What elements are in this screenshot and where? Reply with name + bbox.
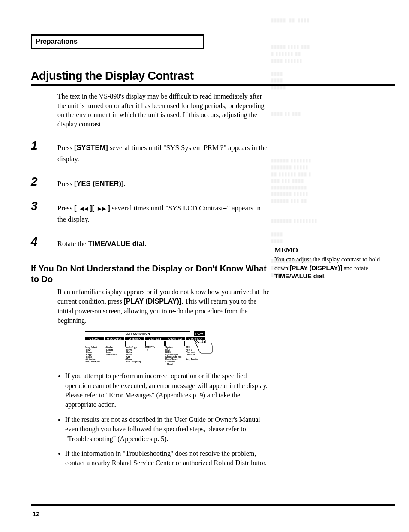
- diagram-sub-list: Track Copy - Move - Xchg - Insert - Cut …: [125, 346, 144, 363]
- text: Rotate the: [57, 240, 88, 248]
- key-label: [YES (ENTER)]: [74, 180, 124, 187]
- diagram-sub-list: System MIDI DISK Sync/Tempo Scene/Auto M…: [165, 346, 185, 365]
- diagram-button: [125, 341, 144, 346]
- step-2: 2 Press [YES (ENTER)].: [31, 176, 270, 189]
- page-title: Adjusting the Display Contrast: [31, 69, 396, 83]
- pointing-hand-icon: [190, 334, 216, 356]
- step-body: Press [YES (ENTER)].: [57, 176, 126, 189]
- step-4: 4 Rotate the TIME/VALUE dial.: [31, 236, 270, 249]
- diagram-col-system: Q SYSTEM System MIDI DISK Sync/Tempo Sce…: [165, 337, 185, 365]
- text: .: [144, 240, 146, 248]
- text: Press: [57, 204, 74, 212]
- key-label: [PLAY (DISPLAY)]: [290, 264, 342, 271]
- diagram-col-locator: Q LOCATOR - Marker - Locate - Loop - A.P…: [105, 337, 124, 365]
- diagram-col-header: Q TRACK: [125, 337, 144, 340]
- bullet-item: If you attempt to perform an incorrect o…: [65, 371, 270, 410]
- diagram-button: [165, 341, 185, 346]
- diagram-col-song: Q SONG Song Select - New - Name - Copy -…: [85, 337, 104, 365]
- forward-icon: ►►: [96, 204, 106, 213]
- diagram-button: [85, 341, 104, 346]
- memo-body: You can adjust the display contrast to h…: [274, 255, 386, 281]
- step-1: 1 Press [SYSTEM] several times until "SY…: [31, 140, 270, 164]
- intro-paragraph: The text in the VS-890's display may be …: [57, 92, 270, 129]
- memo-label: MEMO: [274, 246, 386, 255]
- key-label: TIME/VALUE dial: [274, 273, 324, 280]
- diagram-sub-list: EFFECT - 1 - 2: [145, 346, 165, 351]
- text: .: [123, 180, 125, 188]
- step-number: 2: [31, 176, 57, 188]
- sub-body-paragraph: If an unfamiliar display appears or if y…: [57, 287, 270, 326]
- diagram-col-effect: Q EFFECT EFFECT - 1 - 2: [145, 337, 165, 365]
- diagram-sub-list: - Marker - Locate - Loop - A.Punch I/O: [105, 346, 124, 356]
- step-number: 3: [31, 200, 57, 212]
- key-bracket: [: [74, 204, 78, 212]
- step-body: Rotate the TIME/VALUE dial.: [57, 236, 146, 249]
- bullet-item: If the results are not as described in t…: [65, 415, 270, 444]
- diagram-col-header: Q SYSTEM: [165, 337, 185, 340]
- diagram-col-track: Q TRACK Track Copy - Move - Xchg - Inser…: [125, 337, 144, 365]
- bullet-list: If you attempt to perform an incorrect o…: [57, 371, 270, 468]
- section-tab: Preparations: [31, 34, 204, 49]
- text: Press: [57, 144, 74, 152]
- text: Press: [57, 180, 74, 188]
- diagram-col-header: Q SONG: [85, 337, 104, 340]
- step-number: 4: [31, 236, 57, 248]
- step-3: 3 Press [ ◄◄ ][ ►► ] several times until…: [31, 200, 270, 225]
- diagram-col-header: Q EFFECT: [145, 337, 165, 340]
- edit-condition-diagram: EDIT CONDITION PLAY Q SONG Song Select -…: [85, 331, 205, 365]
- text: and rotate: [342, 264, 368, 271]
- step-body: Press [SYSTEM] several times until "SYS …: [57, 140, 270, 164]
- diagram-col-display: Q DISPLAY PR L Post L Play List Fader/Pn…: [186, 337, 205, 365]
- subheading: If You Do Not Understand the Display or …: [31, 263, 270, 285]
- page-number: 12: [33, 510, 40, 517]
- step-body: Press [ ◄◄ ][ ►► ] several times until "…: [57, 200, 270, 225]
- main-column: The text in the VS-890's display may be …: [31, 92, 270, 473]
- footer-rule: [31, 504, 395, 506]
- memo-box: MEMO You can adjust the display contrast…: [274, 246, 386, 281]
- key-label: [PLAY (DISPLAY)]: [124, 298, 182, 305]
- key-label: TIME/VALUE dial: [88, 240, 144, 247]
- title-rule: [31, 84, 395, 86]
- page-content: Preparations Adjusting the Display Contr…: [0, 0, 409, 473]
- diagram-edit-condition-label: EDIT CONDITION: [85, 331, 190, 336]
- rewind-icon: ◄◄: [78, 204, 88, 213]
- bullet-item: If the information in "Troubleshooting" …: [65, 449, 270, 468]
- text: .: [324, 273, 326, 280]
- diagram-col-header: Q LOCATOR: [105, 337, 124, 340]
- key-bracket: ]: [106, 204, 110, 212]
- diagram-button: [145, 341, 165, 346]
- diagram-button: [105, 341, 124, 346]
- step-number: 1: [31, 140, 57, 152]
- diagram-sub-list: Song Select - New - Name - Copy - Erase …: [85, 346, 104, 363]
- key-label: [SYSTEM]: [74, 144, 108, 151]
- key-bracket: ][: [88, 204, 96, 212]
- diagram-columns: Q SONG Song Select - New - Name - Copy -…: [85, 337, 205, 365]
